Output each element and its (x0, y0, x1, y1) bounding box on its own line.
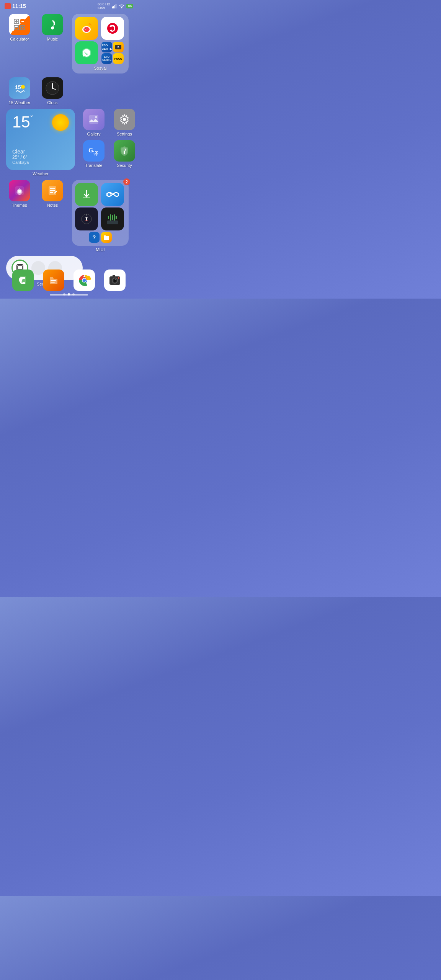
help-icon: ? (89, 232, 100, 243)
svg-rect-29 (89, 115, 98, 124)
app-row-2: 15° 15 Weather Clock (6, 77, 132, 105)
files-dock-app[interactable] (40, 270, 67, 291)
music-app[interactable]: Music (39, 14, 66, 41)
svg-rect-46 (112, 215, 113, 220)
svg-point-67 (118, 277, 119, 279)
translate-app[interactable]: G 译 Translate (80, 140, 107, 168)
chrome-dock-app[interactable] (71, 270, 98, 291)
weather-desc: Clear (12, 149, 69, 155)
status-bar: 11:15 60.0 HDKB/s 96 (0, 0, 138, 11)
weather-small-label: 15 Weather (9, 100, 31, 105)
svg-point-30 (95, 116, 97, 118)
miui-folder-grid: N (75, 183, 126, 230)
svg-rect-47 (114, 214, 115, 220)
weather-widget[interactable]: 15° Clear 25° / 6° Cankaya (6, 109, 75, 170)
whatsapp-app-icon (75, 41, 98, 64)
folder-files-icon (101, 232, 112, 243)
svg-point-36 (18, 190, 21, 193)
gallery-settings-row: Gallery Settings (80, 109, 138, 136)
sun-icon (52, 114, 69, 131)
sosyal-label: Sosyal (94, 66, 106, 70)
svg-point-19 (107, 23, 118, 34)
svg-rect-0 (112, 7, 113, 8)
calculator-app[interactable]: Calculator (6, 14, 33, 41)
app-row-3: Themes Notes 2 (6, 180, 132, 252)
svg-point-4 (121, 7, 122, 8)
chrome-dock-icon (74, 270, 95, 291)
svg-point-24 (21, 85, 25, 89)
phone-dock-app[interactable] (10, 270, 36, 291)
svg-point-60 (83, 279, 86, 282)
weather-temp-row: 15° (12, 114, 69, 131)
security-app-icon (114, 140, 135, 162)
svg-text:N: N (85, 214, 87, 216)
weather-temperature: 15° (12, 114, 33, 130)
miui-folder[interactable]: 2 (72, 180, 129, 246)
svg-point-31 (123, 118, 126, 121)
svg-point-16 (83, 27, 90, 32)
security-app-label: Security (117, 163, 132, 168)
weibo-app-icon (75, 17, 98, 40)
weather-range: 25° / 6° (12, 155, 69, 160)
translate-icon: G 译 (83, 140, 105, 162)
svg-text:译: 译 (93, 150, 98, 157)
themes-app[interactable]: Themes (6, 180, 33, 207)
app-row-1: Calculator Music (6, 14, 132, 74)
svg-point-65 (115, 279, 116, 280)
translate-security-row: G 译 Translate Se (80, 140, 138, 168)
gallery-app[interactable]: Gallery (80, 109, 107, 136)
sosyal-folder[interactable]: ЕГОCEПТЕ S ЕГОCEПТЕ PO (72, 14, 129, 74)
settings-icon (114, 109, 135, 130)
miui-label: MIUI (96, 247, 105, 252)
widget-section: 15° Clear 25° / 6° Cankaya Weather (6, 109, 132, 176)
audio-icon (101, 207, 124, 230)
vodafone-app-icon (101, 17, 124, 40)
dock (0, 266, 138, 299)
themes-icon (9, 180, 30, 201)
svg-rect-48 (116, 216, 117, 219)
right-apps: Gallery Settings G (80, 109, 138, 168)
weather-small-icon: 15° (9, 77, 30, 99)
themes-label: Themes (12, 203, 27, 207)
notes-app[interactable]: Notes (39, 180, 66, 207)
calculator-label: Calculator (10, 37, 29, 41)
notes-icon (42, 180, 63, 201)
status-icons: 60.0 HDKB/s 96 (98, 2, 133, 10)
clock-app[interactable]: Clock (39, 77, 66, 105)
clock-label: Clock (47, 100, 58, 105)
svg-rect-1 (113, 6, 114, 8)
battery-icon: 96 (126, 4, 133, 8)
svg-rect-66 (113, 275, 115, 277)
svg-point-18 (85, 28, 86, 29)
compass-icon: N (75, 207, 98, 230)
sms-icon: S (113, 42, 124, 52)
miui-badge: 2 (123, 178, 130, 185)
notes-label: Notes (47, 203, 58, 207)
egocept-2-icon: ЕГОCEПТЕ (101, 53, 112, 64)
files-dock-icon (43, 270, 64, 291)
weather-app-small[interactable]: 15° 15 Weather (6, 77, 33, 105)
gallery-icon (83, 109, 105, 130)
signal-icon (112, 3, 117, 9)
weather-city: Cankaya (12, 160, 69, 165)
loop-icon (101, 183, 124, 206)
calculator-icon (9, 14, 30, 35)
miui-icon (5, 3, 11, 9)
egocept-icon: ЕГОCEПТЕ (101, 42, 112, 52)
miui-folder-container: 2 (72, 180, 129, 252)
security-app[interactable]: Security (111, 140, 138, 168)
settings-app[interactable]: Settings (111, 109, 138, 136)
weather-widget-container: 15° Clear 25° / 6° Cankaya Weather (6, 109, 75, 176)
translate-label: Translate (85, 163, 102, 168)
miui-bottom-row: ? (89, 232, 112, 243)
music-icon (42, 14, 63, 35)
camera-dock-app[interactable] (101, 270, 128, 291)
svg-rect-34 (124, 151, 125, 154)
home-indicator (50, 294, 88, 296)
download-icon (75, 183, 98, 206)
egocept-poco-group: ЕГОCEПТЕ S ЕГОCEПТЕ PO (101, 41, 124, 64)
svg-rect-45 (110, 214, 111, 220)
phone-dock-icon (12, 270, 34, 291)
gallery-label: Gallery (87, 132, 101, 136)
sosyal-folder-grid: ЕГОCEПТЕ S ЕГОCEПТЕ PO (75, 17, 126, 64)
